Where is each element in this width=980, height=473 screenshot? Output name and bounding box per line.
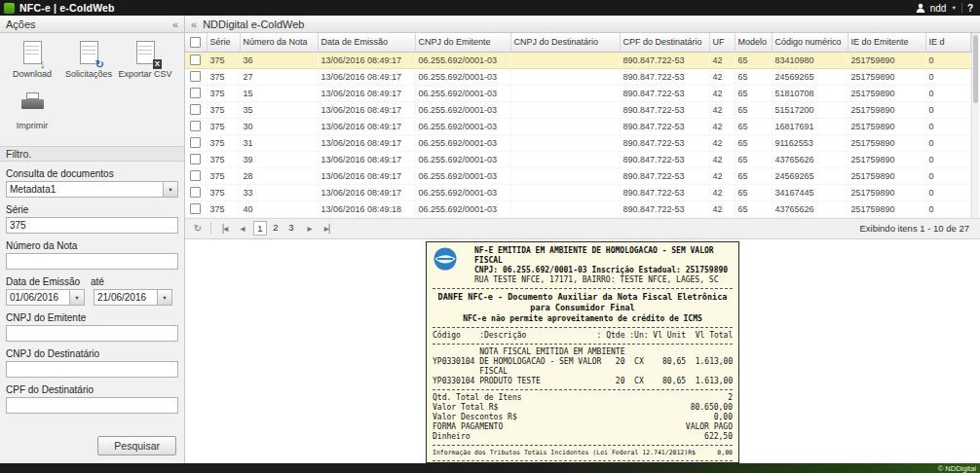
column-header[interactable]: CNPJ do Destinatário	[510, 33, 620, 52]
next-page-button[interactable]: ▸	[302, 223, 317, 234]
data-inicio-input[interactable]	[7, 290, 69, 305]
serie-input[interactable]	[6, 217, 178, 234]
cnpj-emitente-input[interactable]	[6, 325, 178, 342]
table-cell: 65	[735, 52, 772, 68]
table-row[interactable]: 3754013/06/2016 08:49:1806.255.692/0001-…	[185, 200, 971, 217]
statusbar: © NDDigital	[0, 463, 980, 473]
column-header[interactable]: IE do Emitente	[848, 33, 925, 52]
table-row[interactable]: 3753913/06/2016 08:49:1706.255.692/0001-…	[185, 151, 971, 167]
table-row[interactable]: 3751513/06/2016 08:49:1706.255.692/0001-…	[185, 85, 971, 101]
collapse-content-icon[interactable]: «	[191, 18, 197, 30]
table-row[interactable]: 3753113/06/2016 08:49:1706.255.692/0001-…	[185, 134, 971, 151]
pager-status: Exibindo itens 1 - 10 de 27	[860, 223, 976, 234]
table-cell	[510, 101, 620, 118]
table-row[interactable]: 3752813/06/2016 08:49:1706.255.692/0001-…	[185, 167, 971, 184]
table-row[interactable]: 3752713/06/2016 08:49:1706.255.692/0001-…	[185, 68, 971, 85]
page-number-button[interactable]: 3	[284, 221, 298, 236]
page-number-button[interactable]: 2	[269, 221, 283, 236]
collapse-sidebar-icon[interactable]: «	[172, 18, 178, 30]
row-checkbox[interactable]	[190, 121, 201, 131]
row-checkbox[interactable]	[190, 203, 201, 214]
column-header[interactable]: Data de Emissão	[318, 33, 415, 52]
column-header[interactable]: Código numérico	[772, 33, 848, 52]
pagination-bar: ↻ |◂ ◂ 123 ▸ ▸| Exibindo itens 1 - 10 de…	[185, 218, 980, 239]
numero-nota-label: Número da Nota	[6, 240, 178, 251]
calendar-icon[interactable]: ▼	[157, 290, 171, 305]
requests-icon: ↻	[77, 41, 100, 66]
table-row[interactable]: 3753613/06/2016 08:49:1706.255.692/0001-…	[185, 52, 971, 68]
column-header[interactable]: UF	[709, 33, 735, 52]
row-checkbox[interactable]	[190, 154, 201, 164]
numero-nota-input[interactable]	[6, 253, 178, 270]
table-row[interactable]: 3753313/06/2016 08:49:1706.255.692/0001-…	[185, 184, 971, 200]
row-checkbox[interactable]	[190, 187, 201, 198]
table-cell: 39	[240, 151, 318, 167]
user-menu[interactable]: ndd	[930, 3, 947, 14]
row-checkbox[interactable]	[190, 88, 201, 98]
table-row[interactable]: 3753513/06/2016 08:49:1706.255.692/0001-…	[185, 101, 971, 118]
danfe-receipt: NF-E EMITIDA EM AMBIENTE DE HOMOLOGACAO …	[426, 241, 739, 464]
table-header-row: SérieNúmero da NotaData de EmissãoCNPJ d…	[185, 33, 971, 52]
download-button[interactable]: ↓ Download	[4, 41, 60, 79]
table-cell: 890.847.722-53	[620, 85, 709, 101]
filter-form: Consulta de documentos Metadata1 ▼ Série…	[0, 162, 184, 414]
table-cell: 65	[735, 151, 772, 167]
scrollbar-thumb[interactable]	[973, 35, 978, 103]
imprimir-button[interactable]: Imprimir	[4, 92, 60, 130]
exportar-csv-button[interactable]: X Exportar CSV	[117, 41, 173, 79]
table-row[interactable]: 3753013/06/2016 08:49:1706.255.692/0001-…	[185, 118, 971, 134]
row-checkbox[interactable]	[190, 55, 201, 65]
vertical-scrollbar[interactable]	[971, 33, 979, 218]
receipt-divider	[433, 327, 733, 328]
first-page-button[interactable]: |◂	[217, 223, 232, 234]
ndd-logo-icon	[4, 3, 15, 14]
cpf-destinatario-input[interactable]	[6, 397, 178, 414]
calendar-icon[interactable]: ▼	[69, 290, 84, 305]
table-cell: 65	[735, 134, 772, 151]
pesquisar-button[interactable]: Pesquisar	[97, 436, 176, 455]
table-cell: 890.847.722-53	[620, 68, 709, 85]
page-number-button[interactable]: 1	[253, 221, 267, 236]
column-header[interactable]: Série	[207, 33, 240, 52]
receipt-address-line: RUA TESTE NFCE, 17171, BAIRRO: TESTE NFC…	[474, 275, 733, 285]
topbar-right: ndd ▼ ?	[916, 3, 976, 14]
last-page-button[interactable]: ▸|	[320, 223, 334, 234]
table-cell: 42	[709, 118, 735, 134]
table-cell: 375	[207, 85, 240, 101]
danfe-title-line2: para Consumidor Final	[433, 303, 733, 313]
row-checkbox[interactable]	[190, 137, 201, 148]
chevron-down-icon[interactable]: ▼	[951, 5, 956, 11]
table-cell: 15	[240, 85, 318, 101]
cnpj-destinatario-input[interactable]	[6, 361, 178, 378]
help-button[interactable]: ?	[967, 3, 973, 14]
column-header[interactable]: Número da Nota	[240, 33, 318, 52]
table-cell: 13/06/2016 08:49:17	[318, 68, 415, 85]
sidebar-title: Ações	[6, 18, 36, 30]
table-cell: 65	[735, 101, 772, 118]
table-cell: 65	[735, 200, 772, 217]
column-header[interactable]: CPF do Destinatário	[620, 33, 709, 52]
table-cell: 30	[240, 118, 318, 134]
table-cell: 890.847.722-53	[620, 118, 709, 134]
chevron-down-icon[interactable]: ▼	[163, 182, 177, 197]
table-cell: 65	[735, 167, 772, 184]
row-checkbox[interactable]	[190, 104, 201, 115]
table-cell: 890.847.722-53	[620, 200, 709, 217]
row-checkbox[interactable]	[190, 71, 201, 82]
column-header[interactable]: IE d	[925, 33, 971, 52]
consulta-select[interactable]: Metadata1 ▼	[6, 181, 178, 198]
column-header[interactable]: CNPJ do Emitente	[415, 33, 510, 52]
data-fim-input[interactable]	[94, 290, 157, 305]
data-inicio-field: ▼	[6, 289, 85, 306]
table-cell: 13/06/2016 08:49:17	[318, 184, 415, 200]
user-icon	[916, 3, 925, 13]
solicitacoes-button[interactable]: ↻ Solicitações	[60, 41, 117, 79]
column-header[interactable]: Modelo	[735, 33, 772, 52]
receipt-total-row: Dinheiro622,50	[433, 432, 733, 442]
select-all-checkbox[interactable]	[190, 37, 201, 48]
refresh-button[interactable]: ↻	[190, 223, 205, 234]
row-checkbox[interactable]	[190, 170, 201, 181]
table-cell	[510, 85, 620, 101]
prev-page-button[interactable]: ◂	[235, 223, 249, 234]
table-cell: 65	[735, 68, 772, 85]
